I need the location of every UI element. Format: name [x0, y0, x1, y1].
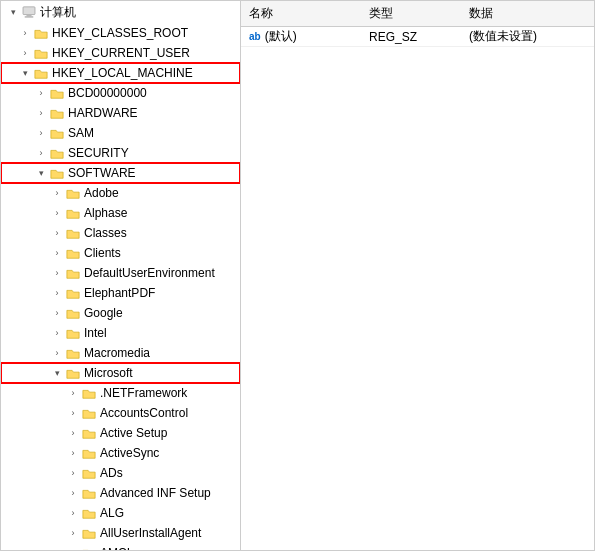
tree-item-elephantpdf[interactable]: ElephantPDF: [1, 283, 240, 303]
registry-tree[interactable]: 计算机 HKEY_CLASSES_ROOT HKEY_CURRENT_USER …: [1, 1, 241, 550]
arrow-bcd: [33, 88, 49, 98]
col-header-data: 数据: [461, 3, 594, 24]
arrow-hardware: [33, 108, 49, 118]
tree-item-alluserinstallagent[interactable]: AllUserInstallAgent: [1, 523, 240, 543]
svg-rect-0: [23, 7, 35, 15]
folder-icon-accountscontrol: [81, 406, 97, 420]
label-hardware: HARDWARE: [68, 106, 138, 120]
computer-expand-arrow: [5, 7, 21, 17]
arrow-google: [49, 308, 65, 318]
arrow-hkey-local-machine: [17, 68, 33, 78]
arrow-netframework: [65, 388, 81, 398]
label-intel: Intel: [84, 326, 107, 340]
tree-item-hkey-current-user[interactable]: HKEY_CURRENT_USER: [1, 43, 240, 63]
tree-item-classes[interactable]: Classes: [1, 223, 240, 243]
label-adobe: Adobe: [84, 186, 119, 200]
tree-item-hkey-local-machine[interactable]: HKEY_LOCAL_MACHINE: [1, 63, 240, 83]
folder-icon-hardware: [49, 106, 65, 120]
tree-item-hkey-classes-root[interactable]: HKEY_CLASSES_ROOT: [1, 23, 240, 43]
folder-icon-ads: [81, 466, 97, 480]
tree-item-google[interactable]: Google: [1, 303, 240, 323]
arrow-defaultuserenvironment: [49, 268, 65, 278]
tree-item-sam[interactable]: SAM: [1, 123, 240, 143]
arrow-advanced-inf-setup: [65, 488, 81, 498]
arrow-alg: [65, 508, 81, 518]
folder-icon-bcd: [49, 86, 65, 100]
label-defaultuserenvironment: DefaultUserEnvironment: [84, 266, 215, 280]
registry-editor: 计算机 HKEY_CLASSES_ROOT HKEY_CURRENT_USER …: [0, 0, 595, 551]
folder-icon-clients: [65, 246, 81, 260]
label-hkey-local-machine: HKEY_LOCAL_MACHINE: [52, 66, 193, 80]
tree-item-alg[interactable]: ALG: [1, 503, 240, 523]
cell-data-default: (数值未设置): [461, 28, 594, 45]
arrow-sam: [33, 128, 49, 138]
data-row-default[interactable]: ab(默认) REG_SZ (数值未设置): [241, 27, 594, 47]
arrow-amci: [65, 548, 81, 550]
label-hkey-classes-root: HKEY_CLASSES_ROOT: [52, 26, 188, 40]
folder-icon-classes: [65, 226, 81, 240]
folder-icon-active-setup: [81, 426, 97, 440]
folder-icon-sam: [49, 126, 65, 140]
arrow-hkey-current-user: [17, 48, 33, 58]
arrow-clients: [49, 248, 65, 258]
arrow-intel: [49, 328, 65, 338]
computer-root-item[interactable]: 计算机: [1, 1, 240, 23]
tree-item-intel[interactable]: Intel: [1, 323, 240, 343]
tree-item-activesync[interactable]: ActiveSync: [1, 443, 240, 463]
folder-icon-netframework: [81, 386, 97, 400]
folder-icon-intel: [65, 326, 81, 340]
arrow-microsoft: [49, 368, 65, 378]
svg-rect-1: [26, 15, 31, 17]
label-software: SOFTWARE: [68, 166, 136, 180]
tree-item-security[interactable]: SECURITY: [1, 143, 240, 163]
folder-icon-defaultuserenvironment: [65, 266, 81, 280]
arrow-ads: [65, 468, 81, 478]
arrow-elephantpdf: [49, 288, 65, 298]
tree-item-advanced-inf-setup[interactable]: Advanced INF Setup: [1, 483, 240, 503]
folder-icon-advanced-inf-setup: [81, 486, 97, 500]
label-alluserinstallagent: AllUserInstallAgent: [100, 526, 201, 540]
label-alphase: Alphase: [84, 206, 127, 220]
tree-item-software[interactable]: SOFTWARE: [1, 163, 240, 183]
computer-label: 计算机: [40, 4, 76, 21]
tree-item-active-setup[interactable]: Active Setup: [1, 423, 240, 443]
tree-item-defaultuserenvironment[interactable]: DefaultUserEnvironment: [1, 263, 240, 283]
folder-icon-amci: [81, 546, 97, 550]
arrow-macromedia: [49, 348, 65, 358]
label-elephantpdf: ElephantPDF: [84, 286, 155, 300]
values-header: 名称 类型 数据: [241, 1, 594, 27]
label-alg: ALG: [100, 506, 124, 520]
arrow-classes: [49, 228, 65, 238]
tree-item-accountscontrol[interactable]: AccountsControl: [1, 403, 240, 423]
label-bcd: BCD00000000: [68, 86, 147, 100]
values-list[interactable]: ab(默认) REG_SZ (数值未设置): [241, 27, 594, 550]
folder-icon-hkey-current-user: [33, 46, 49, 60]
tree-item-clients[interactable]: Clients: [1, 243, 240, 263]
folder-icon-macromedia: [65, 346, 81, 360]
label-accountscontrol: AccountsControl: [100, 406, 188, 420]
tree-item-adobe[interactable]: Adobe: [1, 183, 240, 203]
folder-icon-alluserinstallagent: [81, 526, 97, 540]
label-security: SECURITY: [68, 146, 129, 160]
label-activesync: ActiveSync: [100, 446, 159, 460]
arrow-accountscontrol: [65, 408, 81, 418]
cell-name-default: ab(默认): [241, 28, 361, 45]
tree-item-netframework[interactable]: .NETFramework: [1, 383, 240, 403]
folder-icon-activesync: [81, 446, 97, 460]
tree-item-alphase[interactable]: Alphase: [1, 203, 240, 223]
arrow-security: [33, 148, 49, 158]
tree-item-ads[interactable]: ADs: [1, 463, 240, 483]
tree-item-hardware[interactable]: HARDWARE: [1, 103, 240, 123]
tree-item-amci[interactable]: AMCI: [1, 543, 240, 550]
arrow-hkey-classes-root: [17, 28, 33, 38]
tree-item-macromedia[interactable]: Macromedia: [1, 343, 240, 363]
arrow-alluserinstallagent: [65, 528, 81, 538]
svg-rect-2: [25, 16, 34, 17]
tree-item-bcd[interactable]: BCD00000000: [1, 83, 240, 103]
tree-item-microsoft[interactable]: Microsoft: [1, 363, 240, 383]
folder-icon-adobe: [65, 186, 81, 200]
label-netframework: .NETFramework: [100, 386, 187, 400]
folder-icon-google: [65, 306, 81, 320]
folder-icon-hkey-local-machine: [33, 66, 49, 80]
label-google: Google: [84, 306, 123, 320]
